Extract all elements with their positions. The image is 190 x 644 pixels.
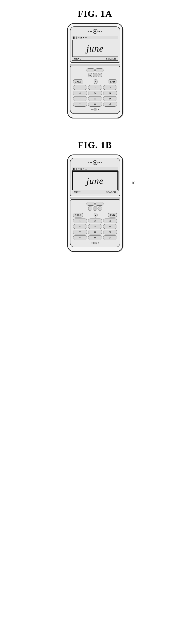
nav-right-oval[interactable] <box>95 68 103 72</box>
key-9[interactable]: 9 <box>103 96 117 101</box>
phone-1a-top: ▌▌▌ ✉ ▣ ✦ ▭ june MENU SEARCH <box>70 26 120 63</box>
keypad-1a: 1 2 3 4 5 6 7 8 9 * 0 # <box>72 85 118 106</box>
icon4: ✦ <box>83 36 85 39</box>
phone-1a-bottom: ▲ ▼ CALL ▲ END 1 2 3 4 5 6 <box>70 66 120 114</box>
speaker-center <box>93 29 97 34</box>
ind-dot-left <box>91 109 93 110</box>
nav-down-btn-b[interactable]: ▼ <box>98 206 102 211</box>
phone-1b-bottom: ▲ ▼ CALL ▲ END 1 2 3 4 5 6 <box>70 199 120 247</box>
key-9b[interactable]: 9 <box>103 230 117 234</box>
nav-left-oval-b[interactable] <box>87 202 95 206</box>
ind-dot-right-b <box>98 242 99 244</box>
keypad-1b: 1 2 3 4 5 6 7 8 9 * 0 # <box>72 218 118 240</box>
key-3[interactable]: 3 <box>103 85 117 90</box>
nav-center-btn-b[interactable] <box>93 206 97 211</box>
nav-cluster-1a: ▲ ▼ <box>87 68 103 77</box>
screen-text-1b: june <box>87 175 104 186</box>
bottom-indicator-1b <box>91 242 99 244</box>
key-5[interactable]: 5 <box>88 91 102 96</box>
nav-down-btn[interactable]: ▼ <box>98 73 102 77</box>
speaker-1a <box>88 29 102 34</box>
end-button-1a[interactable]: END <box>108 79 117 84</box>
icon3-b: ▣ <box>80 168 82 170</box>
battery-icon: ▭ <box>85 36 87 39</box>
nav-row-mid: ▲ ▼ <box>88 73 102 77</box>
phone-separator-1a <box>70 64 120 66</box>
speaker-center-b <box>93 160 97 165</box>
phone-1a-screen: june <box>72 40 118 57</box>
icon3: ▣ <box>80 36 82 39</box>
reference-label-10: 10 <box>120 181 135 186</box>
menu-bar-1a: MENU SEARCH <box>72 57 118 60</box>
menu-label-1a[interactable]: MENU <box>74 57 81 60</box>
key-1b[interactable]: 1 <box>73 218 87 223</box>
ind-oval-b <box>93 242 97 244</box>
menu-bar-1b: MENU SEARCH <box>72 190 118 194</box>
signal-icon-b: ▌▌▌ <box>73 168 77 170</box>
phone-separator-1b <box>70 197 120 199</box>
key-1[interactable]: 1 <box>73 85 87 90</box>
speaker-dot-left1 <box>90 31 92 32</box>
speaker-dot-left1-b <box>90 162 92 163</box>
phone-1b: 10 ▌▌▌ ✉ ▣ ✦ ▭ june <box>67 154 123 252</box>
nav-center-btn[interactable] <box>93 73 97 77</box>
key-star-b[interactable]: * <box>73 235 87 240</box>
speaker-dot-left2 <box>88 31 89 32</box>
key-7[interactable]: 7 <box>73 96 87 101</box>
nav-row-top <box>87 68 103 72</box>
search-label-1a[interactable]: SEARCH <box>106 57 116 60</box>
key-3b[interactable]: 3 <box>103 218 117 223</box>
end-button-1b[interactable]: END <box>108 213 117 218</box>
speaker-1b <box>88 160 102 165</box>
figure-1a-section: FIG. 1A ▌▌▌ ✉ ▣ ✦ ▭ june <box>0 0 190 118</box>
speaker-dot-right2 <box>101 31 102 32</box>
ind-dot-left-b <box>91 242 93 244</box>
menu-label-1b[interactable]: MENU <box>74 191 81 194</box>
status-bar-1a: ▌▌▌ ✉ ▣ ✦ ▭ <box>72 36 118 39</box>
nav-center-up-1b[interactable]: ▲ <box>94 213 97 218</box>
key-8[interactable]: 8 <box>88 96 102 101</box>
ref-line <box>120 183 131 183</box>
nav-up-btn[interactable]: ▲ <box>88 73 92 77</box>
figure-1a-title: FIG. 1A <box>78 8 112 19</box>
nav-up-btn-b[interactable]: ▲ <box>88 206 92 211</box>
icon4-b: ✦ <box>83 168 85 170</box>
nav-row-mid-b: ▲ ▼ <box>88 206 102 211</box>
figure-1b-title: FIG. 1B <box>78 140 112 150</box>
speaker-dot-right2-b <box>101 162 102 163</box>
call-button-1b[interactable]: CALL <box>73 213 83 218</box>
nav-right-oval-b[interactable] <box>95 202 103 206</box>
ind-oval <box>93 108 97 110</box>
key-0[interactable]: 0 <box>88 102 102 106</box>
key-star[interactable]: * <box>73 102 87 106</box>
ref-number: 10 <box>131 181 135 186</box>
message-icon-b: ✉ <box>78 168 80 170</box>
key-7b[interactable]: 7 <box>73 230 87 234</box>
nav-left-oval[interactable] <box>87 68 95 72</box>
key-hash[interactable]: # <box>103 102 117 106</box>
nav-cluster-1b: ▲ ▼ <box>87 202 103 211</box>
search-label-1b[interactable]: SEARCH <box>106 191 116 194</box>
call-button-1a[interactable]: CALL <box>73 79 83 84</box>
figure-1b-section: FIG. 1B 10 ▌▌▌ ✉ ▣ ✦ ▭ <box>0 131 190 252</box>
key-8b[interactable]: 8 <box>88 230 102 234</box>
message-icon: ✉ <box>78 36 80 39</box>
key-hash-b[interactable]: # <box>103 235 117 240</box>
key-4b[interactable]: 4 <box>73 224 87 229</box>
key-5b[interactable]: 5 <box>88 224 102 229</box>
speaker-dot-right1-b <box>99 162 100 163</box>
call-row-1a: CALL ▲ END <box>72 79 118 84</box>
status-bar-1b: ▌▌▌ ✉ ▣ ✦ ▭ <box>72 167 118 170</box>
key-0b[interactable]: 0 <box>88 235 102 240</box>
key-6b[interactable]: 6 <box>103 224 117 229</box>
nav-center-up-1a[interactable]: ▲ <box>94 79 97 84</box>
call-row-1b: CALL ▲ END <box>72 213 118 218</box>
nav-row-top-b <box>87 202 103 206</box>
phone-1a: ▌▌▌ ✉ ▣ ✦ ▭ june MENU SEARCH <box>67 23 123 118</box>
key-2b[interactable]: 2 <box>88 218 102 223</box>
phone-1b-top: ▌▌▌ ✉ ▣ ✦ ▭ june MENU SEARCH <box>70 158 120 196</box>
key-6[interactable]: 6 <box>103 91 117 96</box>
key-2[interactable]: 2 <box>88 85 102 90</box>
speaker-dot-right1 <box>99 31 100 32</box>
key-4[interactable]: 4 <box>73 91 87 96</box>
